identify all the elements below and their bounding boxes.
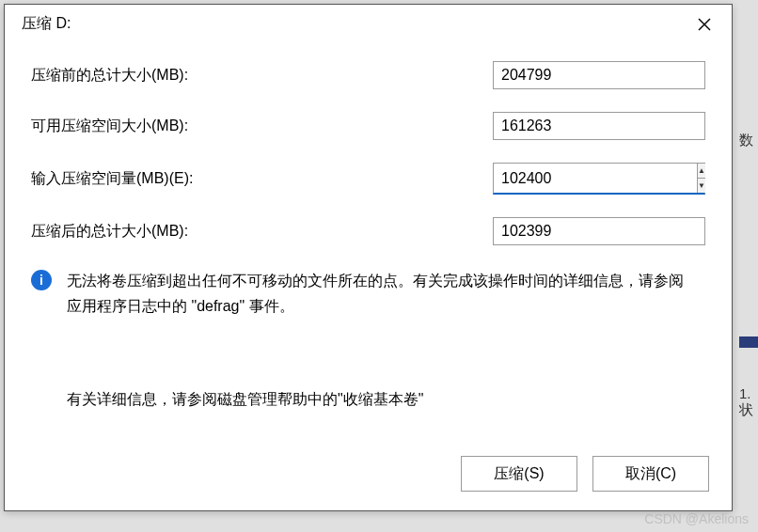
row-size-after: 压缩后的总计大小(MB): 102399 [31, 217, 705, 245]
shrink-amount-spinner[interactable]: ▲ ▼ [493, 163, 705, 195]
cancel-button[interactable]: 取消(C) [592, 456, 709, 492]
label-size-after: 压缩后的总计大小(MB): [31, 222, 493, 242]
dialog-content: 压缩前的总计大小(MB): 204799 可用压缩空间大小(MB): 16126… [5, 44, 732, 410]
dialog-buttons: 压缩(S) 取消(C) [461, 456, 709, 492]
label-shrink-amount: 输入压缩空间量(MB)(E): [31, 169, 493, 189]
spinner-down-button[interactable]: ▼ [698, 179, 705, 193]
field-size-before: 204799 [493, 61, 705, 89]
background-text-2: 1.状 [739, 385, 758, 419]
field-available-space: 161263 [493, 112, 705, 140]
info-message: 无法将卷压缩到超出任何不可移动的文件所在的点。有关完成该操作时间的详细信息，请参… [67, 268, 698, 319]
close-icon [698, 18, 711, 31]
background-bar [739, 336, 758, 348]
watermark: CSDN @Akelions [644, 511, 749, 526]
info-message-2: 有关详细信息，请参阅磁盘管理帮助中的"收缩基本卷" [67, 390, 705, 410]
info-icon: i [31, 270, 52, 290]
row-available-space: 可用压缩空间大小(MB): 161263 [31, 112, 705, 140]
shrink-amount-input[interactable] [494, 164, 697, 193]
spinner-up-button[interactable]: ▲ [698, 164, 705, 179]
background-text: 数 [739, 132, 758, 160]
label-size-before: 压缩前的总计大小(MB): [31, 66, 493, 86]
spinner-buttons: ▲ ▼ [697, 164, 705, 193]
row-shrink-amount: 输入压缩空间量(MB)(E): ▲ ▼ [31, 163, 705, 195]
titlebar: 压缩 D: [5, 5, 732, 44]
shrink-volume-dialog: 压缩 D: 压缩前的总计大小(MB): 204799 可用压缩空间大小(MB):… [4, 4, 733, 511]
close-button[interactable] [690, 10, 719, 39]
dialog-title: 压缩 D: [22, 14, 71, 34]
label-available-space: 可用压缩空间大小(MB): [31, 117, 493, 136]
shrink-button[interactable]: 压缩(S) [461, 456, 577, 492]
info-row: i 无法将卷压缩到超出任何不可移动的文件所在的点。有关完成该操作时间的详细信息，… [31, 268, 705, 319]
field-size-after: 102399 [493, 217, 705, 245]
row-size-before: 压缩前的总计大小(MB): 204799 [31, 61, 705, 89]
